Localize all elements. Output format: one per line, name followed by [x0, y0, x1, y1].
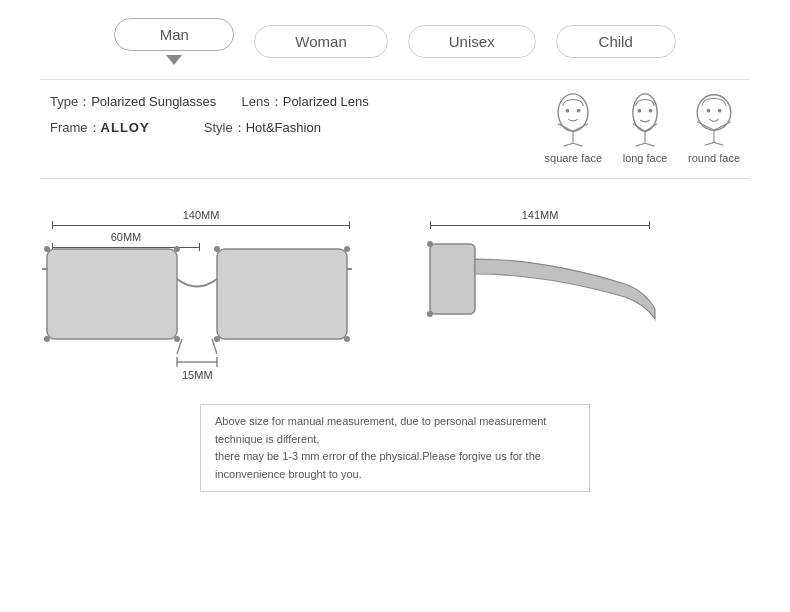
long-face-label: long face — [623, 152, 668, 164]
square-face-label: square face — [545, 152, 602, 164]
lens-value: Polarized Lens — [283, 94, 369, 109]
tab-woman-button[interactable]: Woman — [254, 25, 387, 58]
svg-point-10 — [649, 109, 653, 113]
round-face-icon — [689, 92, 739, 148]
frame-label: Frame： — [50, 120, 101, 135]
tab-unisex-button[interactable]: Unisex — [408, 25, 536, 58]
type-value: Polarized Sunglasses — [91, 94, 216, 109]
divider-mid — [40, 178, 750, 179]
svg-line-7 — [573, 124, 588, 131]
tab-unisex[interactable]: Unisex — [408, 25, 536, 58]
frame-value: ALLOY — [101, 120, 150, 135]
disclaimer-box: Above size for manual measurement, due t… — [200, 404, 590, 492]
svg-point-9 — [638, 109, 642, 113]
svg-line-14 — [633, 124, 645, 131]
svg-line-12 — [636, 143, 645, 146]
svg-point-43 — [174, 336, 180, 342]
svg-rect-46 — [430, 244, 475, 314]
style-label: Style： — [204, 120, 246, 135]
meas-top-label: 140MM — [183, 209, 220, 221]
svg-line-22 — [697, 122, 714, 130]
svg-rect-24 — [47, 249, 177, 339]
svg-text:15MM: 15MM — [182, 369, 213, 381]
round-face-label: round face — [688, 152, 740, 164]
glasses-front-svg: 50MM 15MM — [42, 239, 352, 384]
glasses-side-svg — [425, 229, 660, 369]
diagram-side: 141MM — [420, 201, 680, 396]
face-square: square face — [545, 92, 602, 164]
tabs-container: Man Woman Unisex Child — [0, 0, 790, 65]
type-row: Type：Polarized Sunglasses Lens：Polarized… — [50, 92, 545, 113]
face-long: long face — [620, 92, 670, 164]
svg-line-13 — [645, 143, 654, 146]
svg-line-5 — [573, 143, 582, 146]
disclaimer-line2: there may be 1-3 mm error of the physica… — [215, 450, 541, 480]
face-icons: square face long face — [545, 92, 740, 164]
svg-point-1 — [566, 109, 570, 113]
svg-line-20 — [705, 142, 714, 145]
tab-child-button[interactable]: Child — [556, 25, 676, 58]
svg-point-42 — [44, 336, 50, 342]
square-face-icon — [548, 92, 598, 148]
svg-point-44 — [214, 336, 220, 342]
tab-man-arrow — [166, 55, 182, 65]
disclaimer-line1: Above size for manual measurement, due t… — [215, 415, 546, 445]
lens-label: Lens： — [242, 94, 283, 109]
info-section: Type：Polarized Sunglasses Lens：Polarized… — [0, 92, 790, 164]
diagram-section: 140MM 60MM — [0, 191, 790, 396]
tab-woman[interactable]: Woman — [254, 25, 387, 58]
svg-line-4 — [564, 143, 573, 146]
meas-side-label: 141MM — [522, 209, 559, 221]
svg-line-23 — [714, 122, 731, 130]
frame-row: Frame：ALLOY Style：Hot&Fashion — [50, 118, 545, 139]
long-face-icon — [620, 92, 670, 148]
tab-man[interactable]: Man — [114, 18, 234, 65]
info-left: Type：Polarized Sunglasses Lens：Polarized… — [50, 92, 545, 144]
divider-top — [40, 79, 750, 80]
tab-man-button[interactable]: Man — [114, 18, 234, 51]
svg-point-48 — [427, 311, 433, 317]
svg-point-40 — [214, 246, 220, 252]
meas-side: 141MM — [430, 209, 650, 229]
style-value: Hot&Fashion — [246, 120, 321, 135]
svg-line-21 — [714, 142, 723, 145]
tab-child[interactable]: Child — [556, 25, 676, 58]
svg-point-41 — [344, 246, 350, 252]
svg-point-45 — [344, 336, 350, 342]
type-label: Type： — [50, 94, 91, 109]
svg-point-39 — [174, 246, 180, 252]
svg-rect-25 — [217, 249, 347, 339]
svg-point-38 — [44, 246, 50, 252]
svg-point-2 — [577, 109, 581, 113]
svg-line-6 — [558, 124, 573, 131]
svg-point-17 — [707, 109, 711, 113]
diagram-front: 140MM 60MM — [30, 201, 390, 396]
svg-point-47 — [427, 241, 433, 247]
svg-line-15 — [645, 124, 657, 131]
meas-top: 140MM — [52, 209, 350, 229]
svg-point-18 — [718, 109, 722, 113]
face-round: round face — [688, 92, 740, 164]
